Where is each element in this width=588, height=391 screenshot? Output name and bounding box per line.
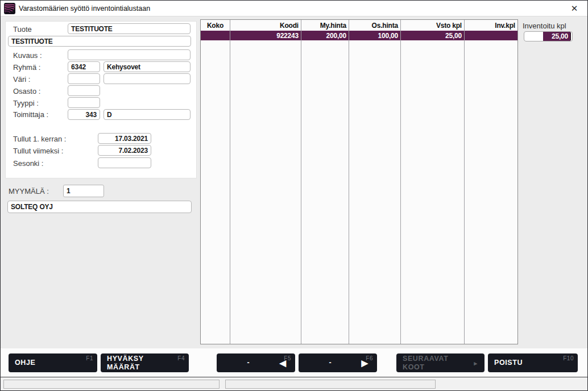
- vari-code-field[interactable]: [68, 73, 100, 84]
- column-inv-kpl: Inv.kpl: [465, 20, 517, 344]
- tyyppi-field[interactable]: [68, 97, 100, 108]
- column-header: Inv.kpl: [465, 20, 517, 31]
- column-header: Vsto kpl: [401, 20, 464, 31]
- tyyppi-label: Tyyppi :: [13, 99, 39, 107]
- app-window: Varastomäärien syöttö inventointialustaa…: [0, 0, 588, 391]
- vari-name-field[interactable]: [103, 73, 191, 84]
- sesonki-field[interactable]: [98, 157, 151, 168]
- inventoitu-kpl-input[interactable]: 25,00: [524, 31, 573, 41]
- inventoitu-kpl-label: Inventoitu kpl: [523, 22, 566, 30]
- table-cell: 100,00: [349, 31, 400, 40]
- kuvaus-label: Kuvaus :: [13, 51, 42, 60]
- kuvaus-field[interactable]: [68, 49, 191, 60]
- ryhma-code-field[interactable]: 6342: [68, 61, 100, 72]
- column-my-hinta: My.hinta 200,00: [301, 20, 349, 344]
- table-cell: 200,00: [301, 31, 349, 40]
- tullut-viimeksi-field[interactable]: 7.02.2023: [98, 145, 151, 156]
- hyvaksy-maarat-button-label: HYVÄKSY MÄÄRÄT: [107, 355, 169, 371]
- text-caret: [570, 32, 571, 40]
- table-cell: 25,00: [401, 31, 464, 40]
- tuote-field[interactable]: TESTITUOTE: [68, 23, 191, 34]
- next-size-button[interactable]: - ▶ F6: [299, 353, 377, 372]
- status-field-left: [3, 380, 220, 389]
- osasto-field[interactable]: [68, 85, 100, 96]
- ohje-button[interactable]: OHJE F1: [9, 353, 97, 372]
- ryhma-name-field[interactable]: Kehysovet: [103, 61, 191, 72]
- sesonki-label: Sesonki :: [13, 159, 43, 168]
- store-name-field[interactable]: SOLTEQ OYJ: [7, 201, 192, 213]
- close-icon[interactable]: ✕: [568, 3, 581, 14]
- ohje-button-label: OHJE: [15, 359, 35, 367]
- table-cell: 922243: [230, 31, 301, 40]
- tuote-label: Tuote: [13, 25, 32, 34]
- fkey-label: F4: [177, 355, 185, 362]
- arrow-right-small-icon: ▸: [474, 359, 477, 367]
- toimittaja-label: Toimittaja :: [13, 110, 48, 119]
- column-header: Os.hinta: [349, 20, 400, 31]
- fkey-label: F1: [86, 355, 93, 362]
- fkey-label: F6: [366, 355, 373, 362]
- next-size-button-label: -: [299, 359, 362, 367]
- myymala-number-field[interactable]: 1: [63, 185, 104, 197]
- previous-size-button-label: -: [217, 359, 280, 367]
- poistu-button-label: POISTU: [494, 359, 523, 367]
- solteq-logo-icon: [4, 3, 15, 14]
- column-koodi: Koodi 922243: [230, 20, 301, 344]
- column-header: Koko: [201, 20, 230, 31]
- tullut-viimeksi-label: Tullut viimeksi :: [13, 147, 63, 155]
- seuraavat-koot-button: SEURAAVAT KOOT ▸: [396, 353, 485, 372]
- myymala-label: MYYMÄLÄ :: [9, 187, 49, 196]
- tuote-name-field[interactable]: TESTITUOTE: [8, 36, 191, 47]
- sizes-table: Koko Koodi 922243 My.hinta 200,00 Os.hin…: [200, 19, 518, 344]
- toimittaja-name-field[interactable]: D: [103, 109, 191, 120]
- selected-text: 25,00: [543, 32, 570, 41]
- table-cell: [201, 31, 230, 40]
- column-header: My.hinta: [301, 20, 349, 31]
- poistu-button[interactable]: POISTU F10: [488, 353, 578, 372]
- column-os-hinta: Os.hinta 100,00: [349, 20, 401, 344]
- window-title: Varastomäärien syöttö inventointialustaa…: [19, 5, 150, 13]
- hyvaksy-maarat-button[interactable]: HYVÄKSY MÄÄRÄT F4: [101, 353, 189, 372]
- status-field-right: [225, 380, 436, 389]
- tullut-ekan-label: Tullut 1. kerran :: [13, 135, 66, 143]
- column-vsto-kpl: Vsto kpl 25,00: [401, 20, 465, 344]
- seuraavat-koot-button-label: SEURAAVAT KOOT: [403, 355, 465, 371]
- vari-label: Väri :: [13, 75, 30, 84]
- previous-size-button[interactable]: - ◀ F5: [217, 353, 295, 372]
- ryhma-label: Ryhmä :: [13, 63, 40, 72]
- fkey-label: F10: [563, 355, 574, 362]
- table-cell: [465, 31, 517, 40]
- column-koko: Koko: [201, 20, 230, 344]
- tullut-ekan-field[interactable]: 17.03.2021: [98, 133, 151, 144]
- osasto-label: Osasto :: [13, 87, 40, 95]
- title-bar: Varastomäärien syöttö inventointialustaa…: [1, 1, 587, 16]
- toimittaja-code-field[interactable]: 343: [68, 109, 100, 120]
- fkey-label: F5: [284, 355, 291, 362]
- column-header: Koodi: [230, 20, 301, 31]
